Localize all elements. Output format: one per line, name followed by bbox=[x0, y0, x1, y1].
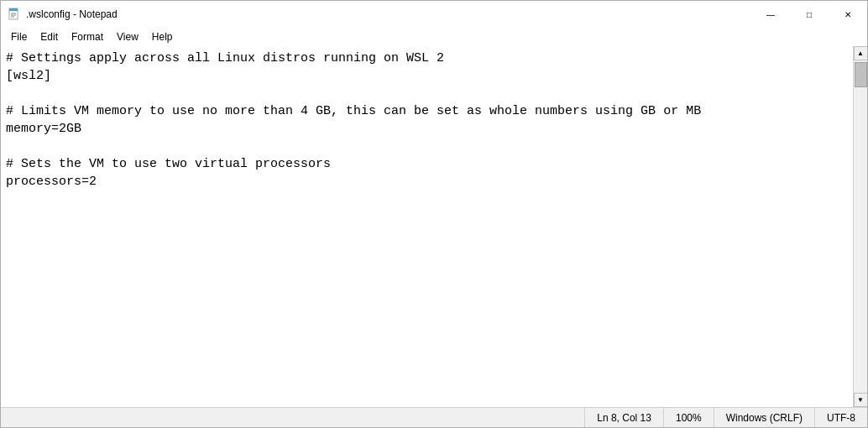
status-bar: Ln 8, Col 13 100% Windows (CRLF) UTF-8 bbox=[1, 407, 867, 427]
encoding: UTF-8 bbox=[814, 408, 867, 427]
cursor-position: Ln 8, Col 13 bbox=[584, 408, 663, 427]
notepad-icon bbox=[8, 8, 21, 21]
title-bar-controls: — □ ✕ bbox=[751, 1, 867, 28]
zoom-level: 100% bbox=[663, 408, 714, 427]
notepad-window: .wslconfig - Notepad — □ ✕ File Edit For… bbox=[0, 0, 868, 428]
scroll-up-button[interactable]: ▲ bbox=[854, 46, 868, 60]
scroll-thumb[interactable] bbox=[855, 62, 867, 87]
vertical-scrollbar[interactable]: ▲ ▼ bbox=[853, 46, 867, 407]
window-title: .wslconfig - Notepad bbox=[26, 8, 118, 20]
close-button[interactable]: ✕ bbox=[829, 1, 867, 28]
editor-content[interactable]: # Settings apply across all Linux distro… bbox=[1, 46, 853, 407]
maximize-button[interactable]: □ bbox=[790, 1, 829, 28]
minimize-button[interactable]: — bbox=[751, 1, 790, 28]
title-bar-left: .wslconfig - Notepad bbox=[8, 8, 118, 21]
title-bar: .wslconfig - Notepad — □ ✕ bbox=[1, 1, 867, 28]
menu-bar: File Edit Format View Help bbox=[1, 28, 867, 46]
editor-area: # Settings apply across all Linux distro… bbox=[1, 46, 867, 407]
scroll-down-button[interactable]: ▼ bbox=[854, 393, 868, 407]
menu-file[interactable]: File bbox=[4, 29, 34, 44]
scroll-track[interactable] bbox=[854, 60, 867, 393]
svg-rect-1 bbox=[9, 8, 18, 11]
menu-view[interactable]: View bbox=[110, 29, 145, 44]
menu-help[interactable]: Help bbox=[145, 29, 180, 44]
line-ending: Windows (CRLF) bbox=[714, 408, 814, 427]
menu-edit[interactable]: Edit bbox=[34, 29, 65, 44]
menu-format[interactable]: Format bbox=[65, 29, 110, 44]
